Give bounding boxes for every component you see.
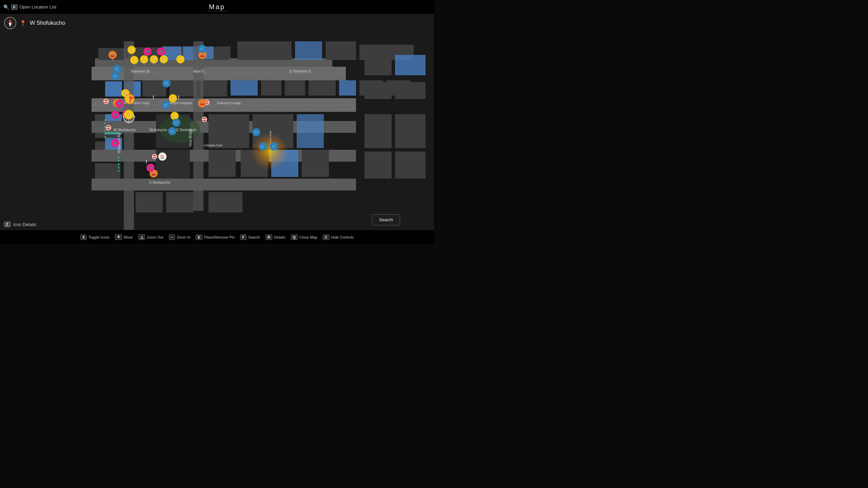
svg-rect-80 (202, 119, 206, 120)
svg-rect-21 (231, 80, 258, 96)
svg-text:🍴: 🍴 (152, 57, 156, 62)
svg-rect-16 (105, 81, 122, 97)
toggle-icons-label: Toggle Icons (88, 235, 110, 239)
search-label: Search (248, 235, 260, 239)
open-location-label[interactable]: Open Location List (20, 4, 56, 9)
close-map-key: Q (291, 235, 298, 240)
svg-rect-55 (364, 82, 392, 99)
details-key: R (265, 235, 272, 240)
svg-rect-82 (106, 127, 111, 128)
control-zoom-out: △ Zoom Out (138, 234, 163, 240)
svg-rect-59 (364, 151, 392, 179)
svg-text:Sotenbori St.: Sotenbori St. (131, 69, 151, 73)
control-close-map: Q Close Map (291, 235, 317, 240)
svg-rect-22 (261, 80, 281, 96)
svg-rect-53 (364, 58, 392, 75)
svg-text:🛒: 🛒 (164, 81, 169, 86)
svg-text:🎮: 🎮 (159, 49, 163, 54)
icon-details-key: Z (4, 222, 11, 227)
svg-rect-10 (237, 41, 292, 60)
svg-rect-58 (395, 114, 426, 148)
svg-text:🍴: 🍴 (171, 96, 175, 101)
svg-text:🛒: 🛒 (164, 103, 169, 107)
svg-text:🚗: 🚗 (110, 53, 115, 57)
place-pin-key: E (196, 235, 202, 240)
search-icon: 🔍 (3, 4, 9, 10)
svg-rect-51 (166, 192, 193, 212)
svg-text:🛒: 🛒 (170, 129, 175, 134)
control-hide-controls: C Hide Controls (323, 235, 354, 240)
svg-text:🍴: 🍴 (161, 57, 166, 62)
svg-text:🛒: 🛒 (272, 144, 276, 149)
svg-rect-84 (153, 156, 157, 157)
svg-text:W Shofukucho: W Shofukucho (114, 128, 136, 132)
svg-text:🛒: 🛒 (174, 120, 179, 125)
svg-text:🎮: 🎮 (113, 141, 118, 145)
svg-rect-42 (209, 114, 249, 148)
location-bar: 📍 W Shofukucho (0, 14, 69, 32)
svg-rect-50 (136, 192, 163, 212)
svg-text:E Shofukuchi: E Shofukuchi (176, 128, 196, 132)
move-label: Move (124, 235, 133, 239)
control-place-pin: E Place/Remove Pin (196, 235, 235, 240)
icon-details-label: Icon Details (13, 222, 36, 227)
svg-text:!: ! (146, 159, 147, 164)
svg-text:🛒: 🛒 (115, 67, 119, 72)
svg-rect-44 (297, 114, 324, 148)
svg-rect-11 (295, 41, 322, 60)
svg-text:!: ! (178, 95, 180, 100)
svg-rect-12 (326, 41, 356, 60)
svg-rect-45 (209, 150, 236, 177)
svg-text:Shofukucho: Shofukucho (149, 128, 167, 132)
svg-rect-23 (285, 80, 305, 96)
svg-text:Sotenbori Footpa.: Sotenbori Footpa. (217, 101, 241, 105)
svg-rect-76 (104, 101, 108, 102)
svg-point-91 (251, 133, 288, 170)
search-key: F (240, 235, 246, 240)
svg-text:🍴: 🍴 (142, 57, 147, 62)
move-key: ✛ (115, 234, 122, 240)
svg-text:🍴: 🍴 (129, 47, 134, 52)
svg-rect-52 (209, 192, 242, 212)
svg-rect-54 (395, 55, 426, 75)
control-details: R Details (265, 235, 285, 240)
svg-text:🎮: 🎮 (113, 113, 118, 117)
svg-text:E Sotenbori S.: E Sotenbori S. (290, 69, 312, 73)
svg-text:🚗: 🚗 (200, 101, 204, 105)
location-pin-icon: 📍 (20, 20, 26, 26)
svg-text:🎮: 🎮 (145, 49, 150, 54)
zoom-out-label: Zoom Out (147, 235, 163, 239)
svg-text:🍴: 🍴 (132, 57, 137, 62)
svg-rect-20 (200, 80, 227, 97)
zoom-in-key: − (169, 235, 175, 240)
icon-details-bar: Z Icon Details (0, 219, 40, 230)
svg-text:🍴: 🍴 (172, 114, 177, 118)
svg-text:🛒: 🛒 (254, 130, 259, 135)
search-button[interactable]: Search (372, 214, 400, 225)
svg-text:nbori S.: nbori S. (193, 69, 205, 73)
hide-controls-label: Hide Controls (331, 235, 354, 239)
zoom-in-label: Zoom In (177, 235, 190, 239)
top-bar: 🔍 F Open Location List Map (0, 0, 434, 14)
svg-text:🎮: 🎮 (148, 165, 153, 170)
svg-rect-19 (170, 80, 197, 97)
top-bar-left: 🔍 F Open Location List (3, 4, 56, 10)
toggle-icons-key: X (80, 235, 87, 240)
svg-text:Ashitaba Park: Ashitaba Park (203, 144, 223, 147)
svg-rect-25 (339, 80, 356, 96)
control-search: F Search (240, 235, 260, 240)
svg-text:🚗: 🚗 (151, 171, 156, 176)
location-name: W Shofukucho (30, 20, 65, 26)
control-move: ✛ Move (115, 234, 133, 240)
svg-rect-24 (309, 80, 336, 96)
svg-text:🛒: 🛒 (260, 144, 265, 149)
details-label: Details (274, 235, 285, 239)
svg-rect-57 (364, 114, 392, 148)
svg-text:🚗: 🚗 (200, 53, 205, 57)
svg-text:🛒: 🛒 (113, 74, 118, 79)
map-area[interactable]: Sotenbori St. nbori S. E Sotenbori S. W … (0, 14, 434, 230)
svg-rect-56 (395, 82, 426, 99)
control-toggle-icons: X Toggle Icons (80, 235, 110, 240)
close-map-label: Close Map (299, 235, 317, 239)
svg-rect-60 (395, 151, 426, 179)
